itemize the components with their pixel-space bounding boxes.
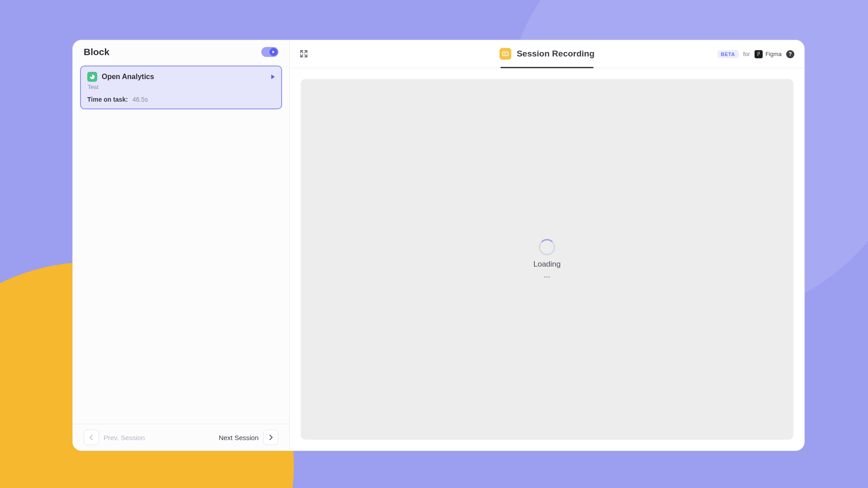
toggle-knob (269, 48, 278, 56)
task-meta-label: Time on task: (87, 96, 128, 103)
task-meta-value: 46.5s (132, 96, 148, 103)
recording-icon (500, 48, 511, 60)
play-icon (272, 50, 275, 54)
svg-point-2 (759, 52, 760, 53)
tab-label: Session Recording (517, 49, 594, 59)
next-session-group: Next Session (219, 430, 278, 445)
figma-chip: Figma (755, 50, 782, 58)
header-right: BETA for Figma ? (717, 50, 794, 58)
sidebar-title: Block (84, 47, 109, 57)
figma-logo-icon (755, 50, 763, 58)
main-header: Session Recording BETA for (290, 40, 804, 68)
loading-dots: ... (544, 271, 550, 280)
app-window: Block Open Analytics Test (72, 40, 805, 451)
block-playback-toggle[interactable] (261, 47, 278, 57)
sidebar-header: Block (73, 40, 289, 62)
task-subtitle: Test (88, 84, 275, 90)
svg-point-1 (757, 52, 759, 53)
tab-underline (500, 67, 594, 68)
recording-canvas: Loading ... (301, 79, 793, 440)
svg-point-3 (757, 53, 759, 54)
analytics-icon (87, 72, 97, 82)
chevron-left-icon (88, 434, 94, 441)
expand-icon (300, 50, 308, 58)
chevron-right-icon (268, 434, 274, 441)
tab-session-recording[interactable]: Session Recording (500, 40, 594, 68)
recording-area: Loading ... (290, 68, 804, 450)
svg-point-5 (757, 54, 759, 56)
next-session-button[interactable] (263, 430, 278, 445)
help-button[interactable]: ? (786, 50, 794, 58)
next-session-label: Next Session (219, 434, 259, 441)
prev-session-button[interactable] (84, 430, 99, 445)
prev-session-group: Prev. Session (84, 430, 145, 445)
task-title: Open Analytics (102, 73, 267, 81)
expand-button[interactable] (300, 50, 309, 59)
sidebar: Block Open Analytics Test (73, 40, 290, 450)
main-panel: Session Recording BETA for (290, 40, 804, 450)
task-card-row: Open Analytics (87, 72, 275, 82)
loading-spinner-icon (539, 239, 555, 255)
task-meta: Time on task: 46.5s (87, 96, 275, 103)
prev-session-label: Prev. Session (104, 434, 145, 441)
loading-text: Loading (533, 260, 561, 269)
for-text: for (743, 51, 750, 57)
svg-point-4 (759, 53, 760, 54)
play-icon (271, 75, 275, 79)
beta-badge: BETA (717, 50, 739, 58)
platform-label: Figma (765, 51, 782, 57)
task-card-open-analytics[interactable]: Open Analytics Test Time on task: 46.5s (80, 66, 282, 109)
sidebar-footer-nav: Prev. Session Next Session (73, 424, 289, 450)
